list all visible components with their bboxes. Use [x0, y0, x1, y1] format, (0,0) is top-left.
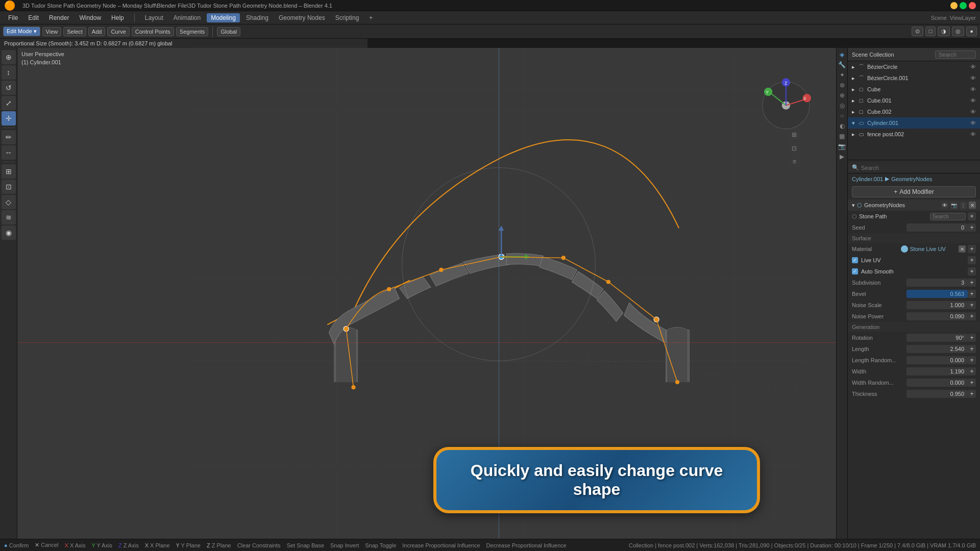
noise-scale-value[interactable]: 1.000 [906, 301, 968, 309]
properties-physics-icon[interactable]: ⊛ [838, 81, 847, 90]
knife-btn[interactable]: ◇ [2, 195, 16, 209]
close-button[interactable] [969, 2, 976, 9]
segments-menu[interactable]: Segments [176, 27, 209, 36]
live-uv-checkbox[interactable]: ✓ [852, 257, 858, 263]
noise-power-plus[interactable]: + [968, 312, 976, 320]
workspace-scripting[interactable]: Scripting [331, 13, 363, 22]
material-remove-btn[interactable]: ✕ [959, 245, 966, 253]
properties-material-icon[interactable]: ○ [838, 111, 847, 120]
viewport-shading-wire[interactable]: □ [925, 27, 936, 36]
workspace-animation[interactable]: Animation [169, 13, 205, 22]
outliner-item-cube001[interactable]: ▸ □ Cube.001 👁 [848, 95, 980, 106]
outliner-search-input[interactable] [935, 51, 976, 59]
workspace-layout[interactable]: Layout [141, 13, 167, 22]
eye-icon-4[interactable]: 👁 [970, 109, 976, 115]
select-menu[interactable]: Select [63, 27, 86, 36]
properties-constraints-icon[interactable]: ⊕ [838, 91, 847, 100]
material-swatch[interactable] [901, 245, 908, 253]
annotate-tool-btn[interactable]: ✏ [2, 130, 16, 144]
length-value[interactable]: 2.540 [906, 345, 968, 353]
bevel-value[interactable]: 0.563 [906, 290, 968, 298]
properties-render-icon[interactable]: 📷 [838, 142, 847, 151]
properties-modifier-icon[interactable]: 🔧 [838, 60, 847, 69]
noise-scale-plus[interactable]: + [968, 301, 976, 309]
properties-world-icon[interactable]: ◐ [838, 121, 847, 131]
loop-cut-btn[interactable]: ⊡ [2, 180, 16, 194]
subdivision-plus[interactable]: + [968, 279, 976, 287]
workspace-shading[interactable]: Shading [242, 13, 273, 22]
scale-tool-btn[interactable]: ⤢ [2, 96, 16, 110]
viewport-shading-render[interactable]: ● [966, 27, 977, 36]
cursor-tool-btn[interactable]: ⊕ [2, 50, 16, 64]
bevel-plus[interactable]: + [968, 290, 976, 298]
properties-scene-icon[interactable]: ▦ [838, 132, 847, 141]
viewport-shading-material[interactable]: ◎ [952, 27, 964, 36]
menu-help[interactable]: Help [107, 13, 128, 22]
modifier-close[interactable]: ✕ [969, 202, 976, 209]
thickness-plus[interactable]: + [968, 390, 976, 398]
curve-menu[interactable]: Curve [107, 27, 129, 36]
transform-global[interactable]: Global [217, 27, 240, 36]
menu-file[interactable]: File [4, 13, 22, 22]
eye-icon-5[interactable]: 👁 [970, 120, 976, 126]
workspace-add[interactable]: + [365, 13, 377, 22]
width-random-value[interactable]: 0.000 [906, 379, 968, 387]
eye-icon-6[interactable]: 👁 [970, 131, 976, 137]
outliner-item-cylinder001[interactable]: ▾ ⬭ Cylinder.001 👁 [848, 117, 980, 129]
seed-plus[interactable]: + [968, 223, 976, 232]
noise-power-value[interactable]: 0.090 [906, 312, 968, 320]
add-menu[interactable]: Add [88, 27, 106, 36]
material-plus[interactable]: + [968, 245, 976, 253]
outliner-item-beziercircle001[interactable]: ▸ ⌒ BézierCircle.001 👁 [848, 72, 980, 84]
thickness-value[interactable]: 0.950 [906, 390, 968, 398]
rotate-tool-btn[interactable]: ↺ [2, 81, 16, 95]
measure-tool-btn[interactable]: ↔ [2, 145, 16, 160]
rotation-plus[interactable]: + [968, 334, 976, 342]
modifier-eye[interactable]: 👁 [941, 202, 948, 209]
subdivision-value[interactable]: 3 [906, 279, 968, 287]
eye-icon-3[interactable]: 👁 [970, 97, 976, 104]
auto-smooth-checkbox[interactable]: ✓ [852, 268, 858, 274]
width-value[interactable]: 1.190 [906, 367, 968, 375]
workspace-modeling[interactable]: Modeling [207, 13, 240, 22]
extrude-btn[interactable]: ⊞ [2, 164, 16, 179]
eye-icon-0[interactable]: 👁 [970, 64, 976, 70]
menu-render[interactable]: Render [45, 13, 73, 22]
overlay-toggle[interactable]: ⊙ [912, 27, 923, 36]
minimize-button[interactable] [950, 2, 958, 9]
outliner-item-cube002[interactable]: ▸ □ Cube.002 👁 [848, 106, 980, 117]
length-plus[interactable]: + [968, 345, 976, 353]
properties-object-icon[interactable]: ◈ [838, 50, 847, 59]
eye-icon-2[interactable]: 👁 [970, 86, 976, 92]
length-random-plus[interactable]: + [968, 356, 976, 364]
auto-smooth-plus[interactable]: + [968, 267, 976, 276]
transform-tool-btn[interactable]: ✛ [2, 111, 16, 126]
smooth-btn[interactable]: ≋ [2, 210, 16, 224]
rotation-value[interactable]: 90° [906, 334, 968, 342]
viewport-shading-solid[interactable]: ◑ [938, 27, 950, 36]
modifier-more[interactable]: ⋮ [960, 202, 967, 209]
eye-icon-1[interactable]: 👁 [970, 75, 976, 81]
properties-particle-icon[interactable]: ✦ [838, 70, 847, 80]
menu-window[interactable]: Window [75, 13, 105, 22]
length-random-value[interactable]: 0.000 [906, 356, 968, 364]
control-points-menu[interactable]: Control Points [132, 27, 174, 36]
width-plus[interactable]: + [968, 367, 976, 375]
view-menu[interactable]: View [42, 27, 62, 36]
outliner-item-beziercircle[interactable]: ▸ ⌒ BézierCircle 👁 [848, 61, 980, 72]
outliner-item-cube[interactable]: ▸ □ Cube 👁 [848, 84, 980, 95]
push-pull-btn[interactable]: ◉ [2, 226, 16, 240]
edit-mode-selector[interactable]: Edit Mode ▾ [3, 27, 40, 36]
node-group-search[interactable] [930, 213, 966, 220]
outliner-item-fencepost[interactable]: ▸ ⬭ fence post.002 👁 [848, 129, 980, 140]
live-uv-plus[interactable]: + [968, 256, 976, 264]
width-random-plus[interactable]: + [968, 379, 976, 387]
modifier-render[interactable]: 📷 [950, 202, 958, 209]
properties-data-icon[interactable]: ◎ [838, 101, 847, 110]
node-group-plus[interactable]: + [968, 212, 976, 220]
properties-output-icon[interactable]: ▶ [838, 152, 847, 161]
maximize-button[interactable] [960, 2, 967, 9]
move-tool-btn[interactable]: ↕ [2, 65, 16, 80]
add-modifier-button[interactable]: + Add Modifier [852, 186, 976, 197]
seed-value[interactable]: 0 [906, 223, 968, 232]
